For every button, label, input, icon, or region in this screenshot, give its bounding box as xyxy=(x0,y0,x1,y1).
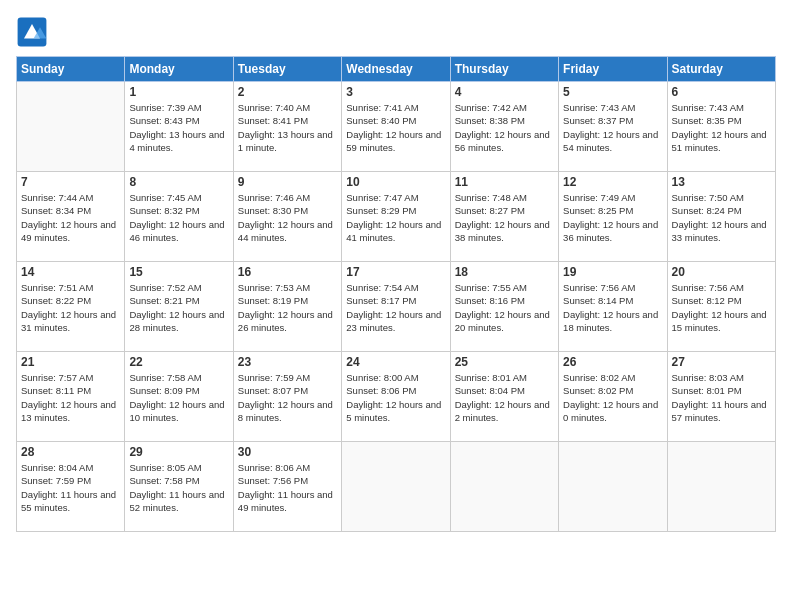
day-number: 19 xyxy=(563,265,662,279)
day-info: Sunrise: 7:47 AMSunset: 8:29 PMDaylight:… xyxy=(346,191,445,244)
calendar-day: 13Sunrise: 7:50 AMSunset: 8:24 PMDayligh… xyxy=(667,172,775,262)
day-info: Sunrise: 7:53 AMSunset: 8:19 PMDaylight:… xyxy=(238,281,337,334)
day-info: Sunrise: 7:59 AMSunset: 8:07 PMDaylight:… xyxy=(238,371,337,424)
calendar-day: 5Sunrise: 7:43 AMSunset: 8:37 PMDaylight… xyxy=(559,82,667,172)
calendar-day: 7Sunrise: 7:44 AMSunset: 8:34 PMDaylight… xyxy=(17,172,125,262)
day-number: 18 xyxy=(455,265,554,279)
calendar-day: 21Sunrise: 7:57 AMSunset: 8:11 PMDayligh… xyxy=(17,352,125,442)
weekday-header-saturday: Saturday xyxy=(667,57,775,82)
day-info: Sunrise: 7:51 AMSunset: 8:22 PMDaylight:… xyxy=(21,281,120,334)
calendar-day: 14Sunrise: 7:51 AMSunset: 8:22 PMDayligh… xyxy=(17,262,125,352)
weekday-header-thursday: Thursday xyxy=(450,57,558,82)
calendar-week-4: 21Sunrise: 7:57 AMSunset: 8:11 PMDayligh… xyxy=(17,352,776,442)
calendar-week-1: 1Sunrise: 7:39 AMSunset: 8:43 PMDaylight… xyxy=(17,82,776,172)
calendar-day xyxy=(17,82,125,172)
calendar-day: 1Sunrise: 7:39 AMSunset: 8:43 PMDaylight… xyxy=(125,82,233,172)
weekday-header-row: SundayMondayTuesdayWednesdayThursdayFrid… xyxy=(17,57,776,82)
day-number: 10 xyxy=(346,175,445,189)
day-number: 7 xyxy=(21,175,120,189)
day-info: Sunrise: 7:46 AMSunset: 8:30 PMDaylight:… xyxy=(238,191,337,244)
calendar-day: 11Sunrise: 7:48 AMSunset: 8:27 PMDayligh… xyxy=(450,172,558,262)
calendar-day: 16Sunrise: 7:53 AMSunset: 8:19 PMDayligh… xyxy=(233,262,341,352)
calendar-day: 15Sunrise: 7:52 AMSunset: 8:21 PMDayligh… xyxy=(125,262,233,352)
logo-icon xyxy=(16,16,48,48)
weekday-header-tuesday: Tuesday xyxy=(233,57,341,82)
calendar-day: 9Sunrise: 7:46 AMSunset: 8:30 PMDaylight… xyxy=(233,172,341,262)
day-info: Sunrise: 7:58 AMSunset: 8:09 PMDaylight:… xyxy=(129,371,228,424)
calendar-day: 23Sunrise: 7:59 AMSunset: 8:07 PMDayligh… xyxy=(233,352,341,442)
calendar-week-2: 7Sunrise: 7:44 AMSunset: 8:34 PMDaylight… xyxy=(17,172,776,262)
calendar-day xyxy=(342,442,450,532)
calendar-day: 24Sunrise: 8:00 AMSunset: 8:06 PMDayligh… xyxy=(342,352,450,442)
calendar-day: 12Sunrise: 7:49 AMSunset: 8:25 PMDayligh… xyxy=(559,172,667,262)
day-info: Sunrise: 7:54 AMSunset: 8:17 PMDaylight:… xyxy=(346,281,445,334)
calendar-day: 29Sunrise: 8:05 AMSunset: 7:58 PMDayligh… xyxy=(125,442,233,532)
weekday-header-sunday: Sunday xyxy=(17,57,125,82)
calendar-day xyxy=(559,442,667,532)
logo xyxy=(16,16,52,48)
day-number: 16 xyxy=(238,265,337,279)
day-info: Sunrise: 7:41 AMSunset: 8:40 PMDaylight:… xyxy=(346,101,445,154)
calendar-day xyxy=(667,442,775,532)
calendar-day: 26Sunrise: 8:02 AMSunset: 8:02 PMDayligh… xyxy=(559,352,667,442)
day-number: 6 xyxy=(672,85,771,99)
calendar-day: 25Sunrise: 8:01 AMSunset: 8:04 PMDayligh… xyxy=(450,352,558,442)
day-info: Sunrise: 7:42 AMSunset: 8:38 PMDaylight:… xyxy=(455,101,554,154)
day-number: 9 xyxy=(238,175,337,189)
day-info: Sunrise: 8:01 AMSunset: 8:04 PMDaylight:… xyxy=(455,371,554,424)
day-number: 8 xyxy=(129,175,228,189)
calendar-day: 20Sunrise: 7:56 AMSunset: 8:12 PMDayligh… xyxy=(667,262,775,352)
weekday-header-monday: Monday xyxy=(125,57,233,82)
day-number: 1 xyxy=(129,85,228,99)
calendar-day: 6Sunrise: 7:43 AMSunset: 8:35 PMDaylight… xyxy=(667,82,775,172)
calendar-day: 3Sunrise: 7:41 AMSunset: 8:40 PMDaylight… xyxy=(342,82,450,172)
day-info: Sunrise: 7:50 AMSunset: 8:24 PMDaylight:… xyxy=(672,191,771,244)
calendar-week-3: 14Sunrise: 7:51 AMSunset: 8:22 PMDayligh… xyxy=(17,262,776,352)
day-info: Sunrise: 7:39 AMSunset: 8:43 PMDaylight:… xyxy=(129,101,228,154)
page-header xyxy=(16,16,776,48)
day-info: Sunrise: 7:45 AMSunset: 8:32 PMDaylight:… xyxy=(129,191,228,244)
calendar-table: SundayMondayTuesdayWednesdayThursdayFrid… xyxy=(16,56,776,532)
day-info: Sunrise: 8:03 AMSunset: 8:01 PMDaylight:… xyxy=(672,371,771,424)
calendar-day xyxy=(450,442,558,532)
day-info: Sunrise: 8:05 AMSunset: 7:58 PMDaylight:… xyxy=(129,461,228,514)
calendar-day: 18Sunrise: 7:55 AMSunset: 8:16 PMDayligh… xyxy=(450,262,558,352)
day-number: 5 xyxy=(563,85,662,99)
calendar-day: 17Sunrise: 7:54 AMSunset: 8:17 PMDayligh… xyxy=(342,262,450,352)
day-info: Sunrise: 7:56 AMSunset: 8:12 PMDaylight:… xyxy=(672,281,771,334)
day-info: Sunrise: 7:43 AMSunset: 8:37 PMDaylight:… xyxy=(563,101,662,154)
calendar-day: 28Sunrise: 8:04 AMSunset: 7:59 PMDayligh… xyxy=(17,442,125,532)
day-info: Sunrise: 7:44 AMSunset: 8:34 PMDaylight:… xyxy=(21,191,120,244)
day-number: 3 xyxy=(346,85,445,99)
day-info: Sunrise: 8:06 AMSunset: 7:56 PMDaylight:… xyxy=(238,461,337,514)
calendar-day: 2Sunrise: 7:40 AMSunset: 8:41 PMDaylight… xyxy=(233,82,341,172)
day-info: Sunrise: 7:55 AMSunset: 8:16 PMDaylight:… xyxy=(455,281,554,334)
day-number: 12 xyxy=(563,175,662,189)
weekday-header-wednesday: Wednesday xyxy=(342,57,450,82)
day-info: Sunrise: 8:00 AMSunset: 8:06 PMDaylight:… xyxy=(346,371,445,424)
day-number: 28 xyxy=(21,445,120,459)
day-info: Sunrise: 7:56 AMSunset: 8:14 PMDaylight:… xyxy=(563,281,662,334)
day-number: 14 xyxy=(21,265,120,279)
day-number: 13 xyxy=(672,175,771,189)
day-number: 11 xyxy=(455,175,554,189)
calendar-day: 30Sunrise: 8:06 AMSunset: 7:56 PMDayligh… xyxy=(233,442,341,532)
day-number: 22 xyxy=(129,355,228,369)
day-number: 27 xyxy=(672,355,771,369)
day-number: 25 xyxy=(455,355,554,369)
calendar-day: 4Sunrise: 7:42 AMSunset: 8:38 PMDaylight… xyxy=(450,82,558,172)
day-number: 17 xyxy=(346,265,445,279)
day-info: Sunrise: 7:49 AMSunset: 8:25 PMDaylight:… xyxy=(563,191,662,244)
day-info: Sunrise: 7:52 AMSunset: 8:21 PMDaylight:… xyxy=(129,281,228,334)
day-number: 26 xyxy=(563,355,662,369)
day-number: 29 xyxy=(129,445,228,459)
day-number: 30 xyxy=(238,445,337,459)
calendar-day: 10Sunrise: 7:47 AMSunset: 8:29 PMDayligh… xyxy=(342,172,450,262)
calendar-week-5: 28Sunrise: 8:04 AMSunset: 7:59 PMDayligh… xyxy=(17,442,776,532)
day-info: Sunrise: 8:02 AMSunset: 8:02 PMDaylight:… xyxy=(563,371,662,424)
day-number: 21 xyxy=(21,355,120,369)
day-number: 23 xyxy=(238,355,337,369)
calendar-day: 8Sunrise: 7:45 AMSunset: 8:32 PMDaylight… xyxy=(125,172,233,262)
weekday-header-friday: Friday xyxy=(559,57,667,82)
day-info: Sunrise: 7:43 AMSunset: 8:35 PMDaylight:… xyxy=(672,101,771,154)
